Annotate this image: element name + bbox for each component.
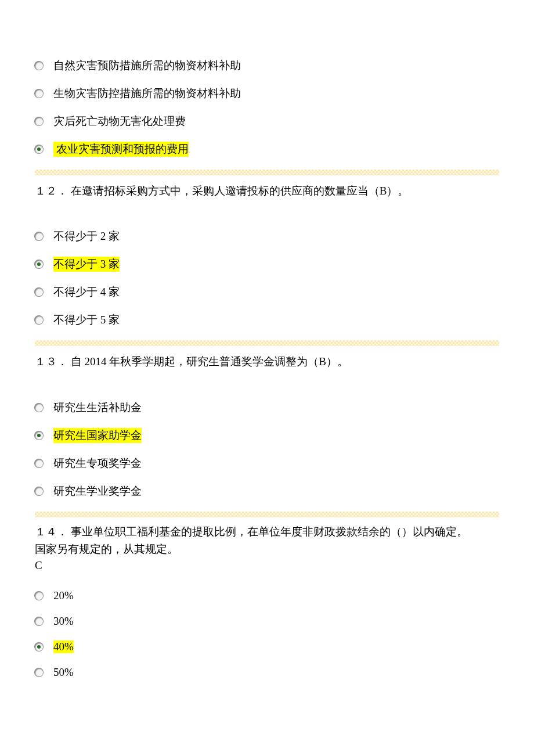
option-row[interactable]: 40%	[35, 640, 499, 653]
radio-icon	[35, 316, 43, 324]
option-row[interactable]: 生物灾害防控措施所需的物资材料补助	[35, 86, 499, 101]
radio-icon	[35, 668, 43, 676]
option-row[interactable]: 自然灾害预防措施所需的物资材料补助	[35, 58, 499, 73]
option-label: 农业灾害预测和预报的费用	[53, 142, 189, 157]
option-row[interactable]: 农业灾害预测和预报的费用	[35, 142, 499, 157]
option-row[interactable]: 研究生生活补助金	[35, 400, 499, 415]
option-label: 生物灾害防控措施所需的物资材料补助	[53, 86, 241, 101]
option-label: 50%	[53, 666, 74, 679]
option-row[interactable]: 灾后死亡动物无害化处理费	[35, 114, 499, 129]
radio-icon	[35, 592, 43, 600]
radio-icon	[35, 62, 43, 70]
question-13-options: 研究生生活补助金 研究生国家助学金 研究生专项奖学金 研究生学业奖学金	[35, 400, 499, 499]
option-label: 不得少于 5 家	[53, 312, 120, 327]
section-divider	[35, 512, 499, 517]
question-11-options: 自然灾害预防措施所需的物资材料补助 生物灾害防控措施所需的物资材料补助 灾后死亡…	[35, 58, 499, 157]
option-row[interactable]: 30%	[35, 615, 499, 628]
radio-icon	[35, 431, 43, 440]
option-label: 不得少于 3 家	[53, 257, 120, 272]
option-row[interactable]: 研究生学业奖学金	[35, 484, 499, 499]
question-14-text: １４． 事业单位职工福利基金的提取比例，在单位年度非财政拨款结余的（）以内确定。	[35, 524, 499, 539]
option-row[interactable]: 20%	[35, 589, 499, 602]
option-row[interactable]: 不得少于 3 家	[35, 257, 499, 272]
option-row[interactable]: 50%	[35, 666, 499, 679]
option-label: 不得少于 2 家	[53, 229, 120, 244]
question-12-options: 不得少于 2 家 不得少于 3 家 不得少于 4 家 不得少于 5 家	[35, 229, 499, 327]
question-14-options: 20% 30% 40% 50%	[35, 589, 499, 679]
option-label: 研究生学业奖学金	[53, 484, 142, 499]
question-12-text: １２． 在邀请招标采购方式中，采购人邀请投标的供应商的数量应当（B）。	[35, 182, 499, 200]
option-row[interactable]: 不得少于 5 家	[35, 312, 499, 327]
option-row[interactable]: 研究生专项奖学金	[35, 456, 499, 471]
radio-icon	[35, 617, 43, 625]
question-14-answer-key: C	[35, 559, 499, 572]
question-14-line2: 国家另有规定的，从其规定。	[35, 542, 499, 557]
section-divider	[35, 340, 499, 346]
radio-icon	[35, 487, 43, 495]
option-label: 40%	[53, 640, 74, 653]
radio-icon	[35, 117, 43, 125]
radio-icon	[35, 404, 43, 412]
radio-icon	[35, 145, 43, 153]
option-row[interactable]: 不得少于 4 家	[35, 285, 499, 300]
option-label: 研究生国家助学金	[53, 428, 142, 443]
radio-icon	[35, 288, 43, 296]
radio-icon	[35, 89, 43, 98]
option-label: 自然灾害预防措施所需的物资材料补助	[53, 58, 241, 73]
section-divider	[35, 170, 499, 175]
option-label: 灾后死亡动物无害化处理费	[53, 114, 186, 129]
option-label: 不得少于 4 家	[53, 285, 120, 300]
radio-icon	[35, 643, 43, 651]
radio-icon	[35, 232, 43, 240]
option-label: 20%	[53, 589, 74, 602]
question-13-text: １３． 自 2014 年秋季学期起，研究生普通奖学金调整为（B）。	[35, 353, 499, 370]
option-row[interactable]: 研究生国家助学金	[35, 428, 499, 443]
option-label: 研究生生活补助金	[53, 400, 142, 415]
radio-icon	[35, 260, 43, 268]
option-label: 30%	[53, 615, 74, 628]
radio-icon	[35, 459, 43, 467]
option-label: 研究生专项奖学金	[53, 456, 142, 471]
option-row[interactable]: 不得少于 2 家	[35, 229, 499, 244]
